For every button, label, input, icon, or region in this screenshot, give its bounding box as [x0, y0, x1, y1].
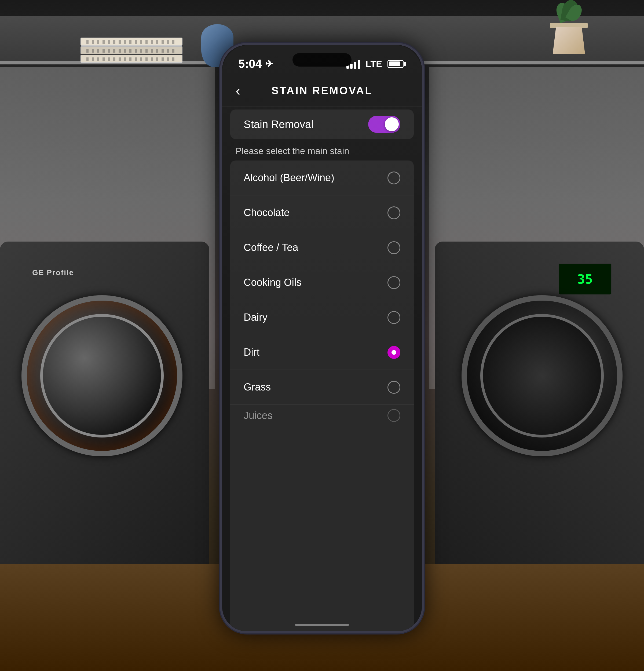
- drum-right: [462, 295, 622, 456]
- toggle-section: Stain Removal: [230, 110, 414, 139]
- battery-fill: [389, 62, 400, 66]
- signal-bar-2: [350, 64, 352, 69]
- drum-inner-left: [40, 314, 164, 438]
- radio-alcohol[interactable]: [387, 172, 400, 185]
- stain-item-chocolate[interactable]: Chocolate: [230, 195, 414, 230]
- stain-item-cooking-oils[interactable]: Cooking Oils: [230, 265, 414, 300]
- stain-item-coffee-tea[interactable]: Coffee / Tea: [230, 230, 414, 265]
- towel-1: [80, 38, 182, 46]
- signal-bar-3: [354, 62, 356, 69]
- radio-dairy[interactable]: [387, 311, 400, 324]
- stain-name-coffee-tea: Coffee / Tea: [244, 242, 298, 253]
- stain-removal-toggle[interactable]: [368, 116, 400, 133]
- drum-left: [22, 295, 182, 456]
- lte-label: LTE: [365, 59, 382, 69]
- battery-icon: [387, 60, 406, 68]
- radio-cooking-oils[interactable]: [387, 276, 400, 289]
- status-time: 5:04 ✈: [238, 57, 273, 71]
- stain-name-dirt: Dirt: [244, 346, 259, 358]
- app-header: ‹ STAIN REMOVAL: [222, 75, 422, 107]
- toggle-label: Stain Removal: [244, 118, 313, 130]
- towels: [80, 38, 188, 64]
- stain-name-alcohol: Alcohol (Beer/Wine): [244, 172, 334, 183]
- radio-juices[interactable]: [387, 409, 400, 422]
- drum-inner-right: [480, 314, 604, 438]
- radio-coffee-tea[interactable]: [387, 241, 400, 254]
- stain-name-grass: Grass: [244, 381, 271, 393]
- stain-item-grass[interactable]: Grass: [230, 370, 414, 405]
- stain-item-alcohol[interactable]: Alcohol (Beer/Wine): [230, 161, 414, 195]
- stain-name-juices: Juices: [244, 410, 273, 421]
- location-icon: ✈: [265, 58, 273, 69]
- radio-chocolate[interactable]: [387, 206, 400, 219]
- stain-name-dairy: Dairy: [244, 312, 268, 323]
- app-content: 5:04 ✈ LTE: [222, 45, 422, 631]
- stain-item-dirt[interactable]: Dirt: [230, 335, 414, 370]
- radio-dirt-inner: [391, 350, 396, 355]
- stain-list: Alcohol (Beer/Wine) Chocolate Coffee / T…: [230, 161, 414, 631]
- stain-name-cooking-oils: Cooking Oils: [244, 277, 301, 288]
- battery-tip: [404, 62, 406, 66]
- select-stain-label: Please select the main stain: [235, 146, 349, 156]
- phone-wrapper: 5:04 ✈ LTE: [220, 43, 424, 633]
- washer-display: 35: [558, 263, 612, 295]
- battery-body: [387, 60, 403, 68]
- time-display: 5:04: [238, 57, 262, 71]
- washer-left: GE Profile: [0, 242, 209, 617]
- radio-dirt[interactable]: [387, 346, 400, 359]
- towel-3: [80, 55, 182, 63]
- signal-bar-4: [358, 60, 360, 69]
- stain-name-chocolate: Chocolate: [244, 207, 289, 218]
- dynamic-island: [293, 53, 351, 66]
- towel-2: [80, 46, 182, 54]
- washer-right: 35: [435, 242, 644, 617]
- toggle-knob: [385, 117, 399, 131]
- radio-grass[interactable]: [387, 381, 400, 394]
- stain-item-juices[interactable]: Juices: [230, 405, 414, 426]
- page-title: STAIN REMOVAL: [271, 85, 372, 97]
- status-right: LTE: [346, 59, 406, 69]
- plant-pot: [548, 0, 590, 54]
- back-button[interactable]: ‹: [235, 84, 240, 98]
- home-indicator: [295, 624, 349, 626]
- pot-body: [553, 27, 585, 54]
- ge-profile-label: GE Profile: [32, 268, 74, 277]
- phone-device: 5:04 ✈ LTE: [220, 43, 424, 633]
- stain-item-dairy[interactable]: Dairy: [230, 300, 414, 335]
